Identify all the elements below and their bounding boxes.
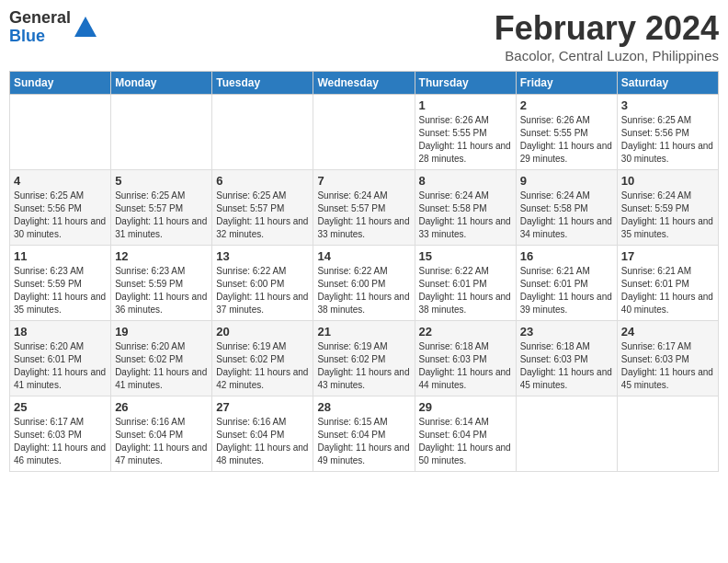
calendar-cell: 25Sunrise: 6:17 AM Sunset: 6:03 PM Dayli… (10, 396, 111, 472)
day-info: Sunrise: 6:21 AM Sunset: 6:01 PM Dayligh… (621, 265, 714, 316)
calendar-cell: 16Sunrise: 6:21 AM Sunset: 6:01 PM Dayli… (516, 246, 617, 321)
day-number: 21 (317, 325, 410, 339)
calendar-cell: 27Sunrise: 6:16 AM Sunset: 6:04 PM Dayli… (212, 396, 313, 472)
logo: General Blue (9, 9, 98, 46)
header-thursday: Thursday (415, 72, 516, 95)
header-saturday: Saturday (617, 72, 718, 95)
calendar-cell: 1Sunrise: 6:26 AM Sunset: 5:55 PM Daylig… (415, 95, 516, 170)
page-header: General Blue February 2024 Bacolor, Cent… (9, 9, 719, 63)
logo-icon (73, 15, 98, 40)
calendar-cell (617, 396, 718, 472)
day-info: Sunrise: 6:22 AM Sunset: 6:01 PM Dayligh… (419, 265, 512, 316)
day-info: Sunrise: 6:14 AM Sunset: 6:04 PM Dayligh… (419, 416, 512, 467)
day-info: Sunrise: 6:19 AM Sunset: 6:02 PM Dayligh… (216, 340, 309, 392)
calendar-cell (516, 396, 617, 472)
calendar-cell (212, 95, 313, 170)
day-number: 27 (216, 400, 309, 414)
day-info: Sunrise: 6:21 AM Sunset: 6:01 PM Dayligh… (520, 265, 613, 316)
week-row-1: 4Sunrise: 6:25 AM Sunset: 5:56 PM Daylig… (10, 170, 719, 246)
day-number: 3 (621, 98, 714, 112)
day-info: Sunrise: 6:20 AM Sunset: 6:01 PM Dayligh… (14, 340, 107, 392)
day-info: Sunrise: 6:24 AM Sunset: 5:59 PM Dayligh… (621, 190, 714, 241)
calendar-cell: 22Sunrise: 6:18 AM Sunset: 6:03 PM Dayli… (415, 321, 516, 396)
day-info: Sunrise: 6:15 AM Sunset: 6:04 PM Dayligh… (317, 416, 410, 467)
calendar-cell: 26Sunrise: 6:16 AM Sunset: 6:04 PM Dayli… (111, 396, 212, 472)
day-number: 28 (317, 400, 410, 414)
day-info: Sunrise: 6:23 AM Sunset: 5:59 PM Dayligh… (14, 265, 107, 316)
day-number: 29 (419, 400, 512, 414)
calendar-cell: 8Sunrise: 6:24 AM Sunset: 5:58 PM Daylig… (415, 170, 516, 246)
calendar-cell: 4Sunrise: 6:25 AM Sunset: 5:56 PM Daylig… (10, 170, 111, 246)
day-number: 15 (419, 249, 512, 263)
calendar-cell: 9Sunrise: 6:24 AM Sunset: 5:58 PM Daylig… (516, 170, 617, 246)
calendar-cell: 21Sunrise: 6:19 AM Sunset: 6:02 PM Dayli… (313, 321, 415, 396)
calendar-cell: 20Sunrise: 6:19 AM Sunset: 6:02 PM Dayli… (212, 321, 313, 396)
calendar-cell (10, 95, 111, 170)
calendar-cell: 23Sunrise: 6:18 AM Sunset: 6:03 PM Dayli… (516, 321, 617, 396)
day-number: 12 (115, 249, 208, 263)
day-number: 13 (216, 249, 309, 263)
day-info: Sunrise: 6:19 AM Sunset: 6:02 PM Dayligh… (317, 340, 410, 392)
day-number: 9 (520, 174, 613, 188)
day-info: Sunrise: 6:22 AM Sunset: 6:00 PM Dayligh… (317, 265, 410, 316)
week-row-4: 25Sunrise: 6:17 AM Sunset: 6:03 PM Dayli… (10, 396, 719, 472)
day-number: 24 (621, 325, 714, 339)
day-info: Sunrise: 6:25 AM Sunset: 5:57 PM Dayligh… (115, 190, 208, 241)
day-info: Sunrise: 6:18 AM Sunset: 6:03 PM Dayligh… (520, 340, 613, 392)
calendar-cell: 19Sunrise: 6:20 AM Sunset: 6:02 PM Dayli… (111, 321, 212, 396)
day-info: Sunrise: 6:26 AM Sunset: 5:55 PM Dayligh… (419, 114, 512, 166)
week-row-3: 18Sunrise: 6:20 AM Sunset: 6:01 PM Dayli… (10, 321, 719, 396)
calendar-table: SundayMondayTuesdayWednesdayThursdayFrid… (9, 71, 719, 472)
day-number: 2 (520, 98, 613, 112)
day-number: 16 (520, 249, 613, 263)
day-info: Sunrise: 6:17 AM Sunset: 6:03 PM Dayligh… (621, 340, 714, 392)
calendar-cell: 7Sunrise: 6:24 AM Sunset: 5:57 PM Daylig… (313, 170, 415, 246)
day-number: 23 (520, 325, 613, 339)
day-number: 6 (216, 174, 309, 188)
day-info: Sunrise: 6:16 AM Sunset: 6:04 PM Dayligh… (216, 416, 309, 467)
day-info: Sunrise: 6:23 AM Sunset: 5:59 PM Dayligh… (115, 265, 208, 316)
day-number: 8 (419, 174, 512, 188)
calendar-cell: 15Sunrise: 6:22 AM Sunset: 6:01 PM Dayli… (415, 246, 516, 321)
header-monday: Monday (111, 72, 212, 95)
calendar-cell (313, 95, 415, 170)
day-number: 17 (621, 249, 714, 263)
title-area: February 2024 Bacolor, Central Luzon, Ph… (495, 9, 719, 63)
calendar-cell: 12Sunrise: 6:23 AM Sunset: 5:59 PM Dayli… (111, 246, 212, 321)
day-info: Sunrise: 6:25 AM Sunset: 5:57 PM Dayligh… (216, 190, 309, 241)
month-title: February 2024 (495, 9, 719, 48)
day-number: 20 (216, 325, 309, 339)
calendar-cell: 11Sunrise: 6:23 AM Sunset: 5:59 PM Dayli… (10, 246, 111, 321)
calendar-cell: 5Sunrise: 6:25 AM Sunset: 5:57 PM Daylig… (111, 170, 212, 246)
day-number: 4 (14, 174, 107, 188)
day-number: 1 (419, 98, 512, 112)
calendar-cell: 3Sunrise: 6:25 AM Sunset: 5:56 PM Daylig… (617, 95, 718, 170)
calendar-cell: 10Sunrise: 6:24 AM Sunset: 5:59 PM Dayli… (617, 170, 718, 246)
day-info: Sunrise: 6:24 AM Sunset: 5:58 PM Dayligh… (419, 190, 512, 241)
day-info: Sunrise: 6:26 AM Sunset: 5:55 PM Dayligh… (520, 114, 613, 166)
day-number: 14 (317, 249, 410, 263)
calendar-cell: 28Sunrise: 6:15 AM Sunset: 6:04 PM Dayli… (313, 396, 415, 472)
day-info: Sunrise: 6:25 AM Sunset: 5:56 PM Dayligh… (621, 114, 714, 166)
day-number: 19 (115, 325, 208, 339)
day-number: 11 (14, 249, 107, 263)
logo-general: General (9, 9, 71, 28)
day-info: Sunrise: 6:24 AM Sunset: 5:57 PM Dayligh… (317, 190, 410, 241)
day-info: Sunrise: 6:16 AM Sunset: 6:04 PM Dayligh… (115, 416, 208, 467)
day-info: Sunrise: 6:17 AM Sunset: 6:03 PM Dayligh… (14, 416, 107, 467)
location: Bacolor, Central Luzon, Philippines (495, 48, 719, 63)
header-row: SundayMondayTuesdayWednesdayThursdayFrid… (10, 72, 719, 95)
calendar-cell (111, 95, 212, 170)
day-info: Sunrise: 6:25 AM Sunset: 5:56 PM Dayligh… (14, 190, 107, 241)
day-info: Sunrise: 6:18 AM Sunset: 6:03 PM Dayligh… (419, 340, 512, 392)
header-tuesday: Tuesday (212, 72, 313, 95)
calendar-cell: 24Sunrise: 6:17 AM Sunset: 6:03 PM Dayli… (617, 321, 718, 396)
week-row-2: 11Sunrise: 6:23 AM Sunset: 5:59 PM Dayli… (10, 246, 719, 321)
logo-blue: Blue (9, 28, 71, 46)
header-sunday: Sunday (10, 72, 111, 95)
calendar-cell: 29Sunrise: 6:14 AM Sunset: 6:04 PM Dayli… (415, 396, 516, 472)
day-info: Sunrise: 6:20 AM Sunset: 6:02 PM Dayligh… (115, 340, 208, 392)
calendar-cell: 2Sunrise: 6:26 AM Sunset: 5:55 PM Daylig… (516, 95, 617, 170)
day-number: 10 (621, 174, 714, 188)
calendar-cell: 17Sunrise: 6:21 AM Sunset: 6:01 PM Dayli… (617, 246, 718, 321)
